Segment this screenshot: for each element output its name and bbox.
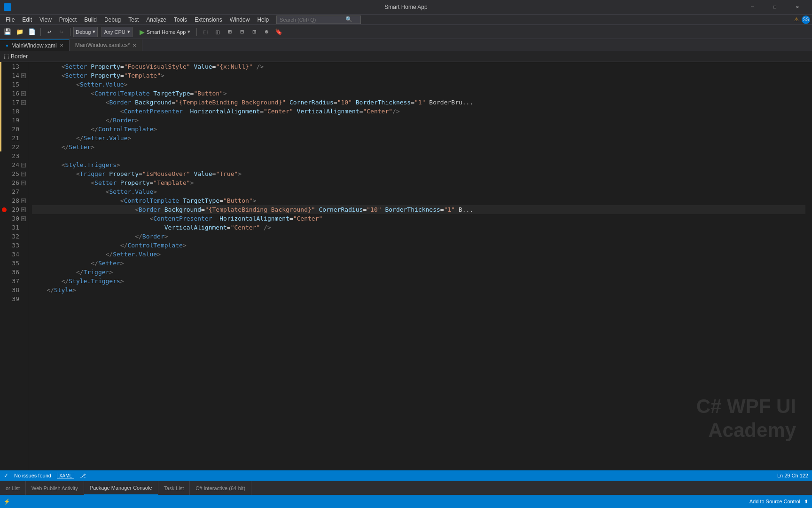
menu-analyze[interactable]: Analyze [142, 16, 170, 24]
code-token: > [135, 117, 139, 124]
code-line-18: <ContentPresenter HorizontalAlignment="C… [32, 107, 805, 116]
toolbar-btn-6[interactable]: ⊞ [224, 26, 235, 38]
toolbar-redo[interactable]: ↪ [56, 26, 67, 38]
menu-help[interactable]: Help [253, 16, 273, 24]
menu-file[interactable]: File [2, 16, 18, 24]
tab-close-2[interactable]: ✕ [133, 43, 136, 48]
toolbar-btn-8[interactable]: ⊡ [249, 26, 260, 38]
code-line-14: <Setter Property="Template"> [32, 71, 805, 80]
menu-bar: File Edit View Project Build Debug Test … [0, 14, 812, 24]
toolbar-btn-9[interactable]: ⊕ [261, 26, 272, 38]
menu-view[interactable]: View [36, 16, 55, 24]
code-token: "{TemplateBinding Background}" [175, 99, 286, 106]
fold-button-16[interactable]: − [21, 91, 26, 96]
fold-button-30[interactable]: − [21, 216, 26, 221]
platform-dropdown[interactable]: Any CPU ▾ [102, 27, 132, 37]
bottom-tab-task-list[interactable]: Task List [158, 481, 190, 495]
gutter-row-20: 20 [0, 125, 28, 134]
menu-project[interactable]: Project [55, 16, 80, 24]
fold-button-14[interactable]: − [21, 73, 26, 78]
bottom-tab-web-publish[interactable]: Web Publish Activity [26, 481, 84, 495]
code-token: > [164, 233, 168, 240]
bottom-tab-package-manager[interactable]: Package Manager Console [84, 481, 158, 495]
code-token: = [120, 63, 124, 70]
menu-edit[interactable]: Edit [18, 16, 36, 24]
toolbar-btn-5[interactable]: ◫ [212, 26, 223, 38]
error-list-label: or List [6, 485, 20, 491]
fold-button-26[interactable]: − [21, 181, 26, 185]
line-number-30: 30 [12, 215, 19, 222]
menu-debug[interactable]: Debug [101, 16, 125, 24]
toolbar-btn-4[interactable]: ⬚ [200, 26, 211, 38]
fold-button-17[interactable]: − [21, 100, 26, 105]
toolbar-save[interactable]: 💾 [2, 26, 13, 38]
menu-test[interactable]: Test [125, 16, 142, 24]
code-token: "Center" [231, 224, 260, 231]
code-token: < [120, 197, 124, 204]
code-token: "1" [444, 206, 455, 213]
code-token: Property [87, 72, 120, 79]
line-number-26: 26 [12, 179, 19, 186]
toolbar-btn-10[interactable]: 🔖 [273, 26, 284, 38]
bottom-tab-error-list[interactable]: or List [0, 481, 26, 495]
code-token: /> [392, 108, 400, 115]
maximize-button[interactable]: □ [764, 0, 786, 14]
code-token: Border [109, 99, 131, 106]
toolbar-btn-7[interactable]: ⊟ [236, 26, 248, 38]
config-dropdown[interactable]: Debug ▾ [73, 27, 98, 37]
run-label: Smart Home App [147, 29, 186, 35]
gutter-row-26: 26− [0, 178, 28, 187]
line-number-17: 17 [12, 99, 19, 106]
separator-1 [40, 28, 41, 36]
watermark-line1: C# WPF UI [696, 395, 796, 418]
line-number-35: 35 [12, 260, 19, 267]
code-token [32, 286, 47, 294]
menu-extensions[interactable]: Extensions [191, 16, 226, 24]
toolbar-undo[interactable]: ↩ [44, 26, 55, 38]
code-token: ControlTemplate [98, 126, 153, 133]
breadcrumb-bar: ⬚ Border [0, 51, 812, 62]
code-token: > [120, 260, 124, 267]
code-token: = [139, 170, 142, 177]
gutter-row-33: 33 [0, 241, 28, 250]
code-token: = [172, 99, 175, 106]
fold-button-29[interactable]: − [21, 207, 26, 212]
code-token: </ [47, 286, 54, 294]
gutter-row-38: 38 [0, 286, 28, 294]
code-token: BorderBru... [426, 99, 474, 106]
code-token: > [120, 278, 124, 285]
tab-close-1[interactable]: ✕ [60, 43, 63, 48]
code-token [32, 215, 149, 222]
code-token: Border [113, 117, 135, 124]
fold-button-28[interactable]: − [21, 198, 26, 203]
menu-tools[interactable]: Tools [170, 16, 191, 24]
close-button[interactable]: ✕ [787, 0, 808, 14]
code-area[interactable]: <Setter Property="FocusVisualStyle" Valu… [28, 62, 805, 470]
toolbar-new[interactable]: 📄 [26, 26, 38, 38]
code-token: Setter.Value [84, 135, 128, 142]
code-token: HorizontalAlignment [183, 108, 260, 115]
menu-window[interactable]: Window [226, 16, 254, 24]
minimize-button[interactable]: ─ [742, 0, 763, 14]
fold-button-24[interactable]: − [21, 163, 26, 167]
scrollbar[interactable] [805, 62, 812, 470]
tab-mainwindow-cs[interactable]: MainWindow.xaml.cs* ✕ [70, 40, 143, 51]
menu-build[interactable]: Build [80, 16, 101, 24]
window-controls: ─ □ ✕ [742, 0, 808, 14]
toolbar-open[interactable]: 📁 [14, 26, 25, 38]
source-control-label[interactable]: Add to Source Control [750, 499, 800, 504]
gutter-row-16: 16− [0, 89, 28, 98]
fold-button-25[interactable]: − [21, 172, 26, 176]
line-numbers: 1314−1516−17−18192021222324−25−26−2728−2… [0, 62, 28, 470]
search-box[interactable]: 🔍 [276, 16, 361, 24]
bottom-tab-csharp-interactive[interactable]: C# Interactive (64-bit) [190, 481, 251, 495]
bottom-bar-icon: ⚡ [4, 499, 10, 505]
code-line-34: </Setter.Value> [32, 250, 805, 259]
code-token: = [201, 206, 205, 213]
search-input[interactable] [280, 17, 345, 23]
tab-mainwindow-xaml[interactable]: ● MainWindow.xaml ✕ [0, 40, 70, 51]
status-right: Ln 29 Ch 122 [777, 473, 808, 478]
code-line-23 [32, 151, 805, 160]
code-line-32: </Border> [32, 232, 805, 241]
run-button[interactable]: ▶ Smart Home App ▾ [136, 27, 194, 37]
